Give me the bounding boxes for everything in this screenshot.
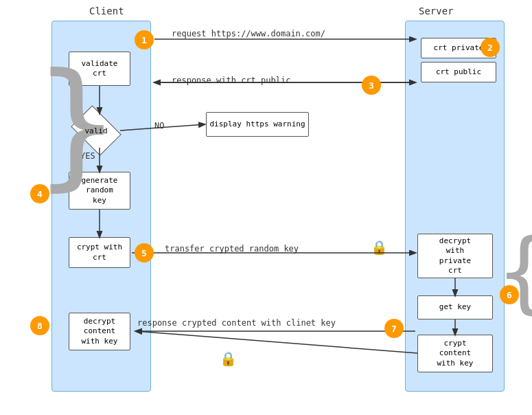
no-label: NO (154, 121, 164, 131)
display-warning-box: display https warning (206, 112, 309, 137)
lock1-icon: 🔒 (371, 239, 388, 256)
crt-public-box: crt public (421, 62, 496, 82)
response-crt-label: response with crt public (172, 76, 290, 85)
crypt-crt-box: crypt with crt (69, 237, 130, 268)
badge-3: 3 (362, 76, 381, 95)
diagram: Client Server validate crt valid display… (0, 0, 532, 415)
badge-1: 1 (135, 30, 154, 49)
crypt-content-box: crypt content with key (417, 335, 493, 372)
server-label: Server (419, 5, 454, 16)
decrypt-private-box: decrypt with private crt (417, 234, 493, 278)
badge-8: 8 (30, 316, 49, 335)
lock2-icon: 🔒 (220, 350, 237, 367)
badge-2: 2 (481, 38, 500, 57)
brace-4: } (36, 55, 118, 192)
badge-4: 4 (30, 184, 49, 203)
badge-7: 7 (384, 319, 404, 338)
get-key-box: get key (417, 295, 493, 319)
decrypt-content-box: decrypt content with key (69, 313, 130, 350)
transfer-label: transfer crypted random key (165, 244, 299, 254)
client-label: Client (89, 5, 124, 16)
arrow-content-response (136, 331, 417, 353)
badge-5: 5 (135, 243, 154, 262)
request-label: request https://www.domain.com/ (172, 29, 325, 38)
response-content-label: response crypted content with clinet key (137, 318, 336, 328)
badge-6: 6 (500, 285, 519, 304)
